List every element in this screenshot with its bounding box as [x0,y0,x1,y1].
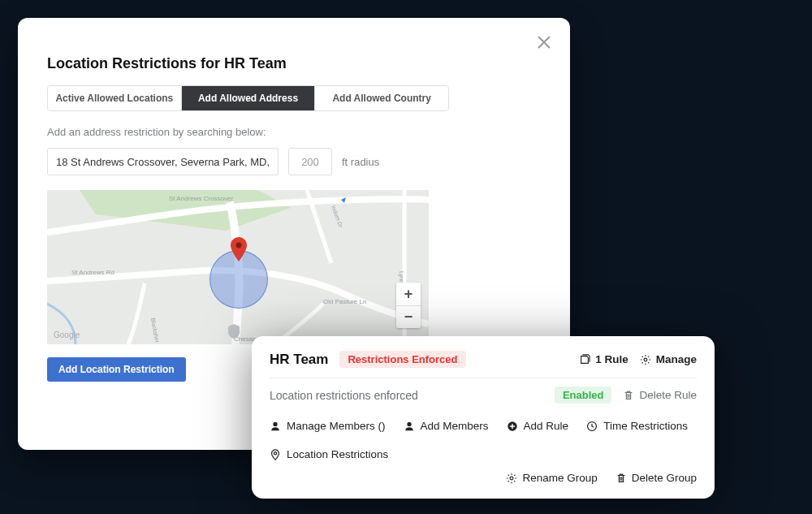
pin-icon [270,449,281,460]
rule-name: Location restrictions enforced [270,389,418,402]
group-header-row: HR Team Restrictions Enforced 1 Rule Man… [270,351,697,368]
delete-rule-label: Delete Rule [639,389,697,401]
radius-input[interactable] [288,148,332,175]
clock-icon [586,421,598,432]
zoom-out-button[interactable]: − [396,305,421,328]
rename-group-label: Rename Group [522,472,597,484]
user-icon [404,421,415,432]
address-input[interactable] [47,148,279,175]
location-restrictions-button[interactable]: Location Restrictions [270,448,388,460]
tab-bar: Active Allowed Locations Add Allowed Add… [47,85,449,111]
tab-active-locations[interactable]: Active Allowed Locations [48,86,181,110]
manage-members-button[interactable]: Manage Members () [270,420,386,432]
rule-stack-icon [579,354,590,365]
close-icon[interactable] [533,31,555,54]
svg-point-13 [407,421,411,425]
group-actions: Manage Members () Add Members Add Rule T… [270,420,697,460]
rule-count: 1 Rule [579,353,628,365]
location-restrictions-label: Location Restrictions [287,448,388,460]
manage-label: Manage [656,353,697,365]
group-card: HR Team Restrictions Enforced 1 Rule Man… [252,336,715,499]
time-restrictions-label: Time Restrictions [603,420,688,432]
svg-text:Old Pasture Ln: Old Pasture Ln [323,298,366,305]
delete-rule-button[interactable]: Delete Rule [623,389,697,401]
radius-unit-label: ft radius [342,156,379,168]
rename-group-button[interactable]: Rename Group [506,472,597,484]
tab-add-address[interactable]: Add Allowed Address [181,86,315,110]
group-title: HR Team [270,352,328,368]
modal-title: Location Restrictions for HR Team [47,55,541,72]
address-row: ft radius [47,148,541,175]
divider [270,378,697,378]
delete-group-button[interactable]: Delete Group [615,472,697,484]
manage-button[interactable]: Manage [640,353,697,365]
rule-count-label: 1 Rule [595,353,628,365]
map-zoom-controls: + − [396,283,421,328]
add-members-button[interactable]: Add Members [404,420,489,432]
add-members-label: Add Members [421,420,489,432]
zoom-in-button[interactable]: + [396,283,421,305]
svg-text:St Andrews Crossover: St Andrews Crossover [169,195,233,202]
tab-add-country[interactable]: Add Allowed Country [314,86,448,110]
svg-point-11 [644,358,647,361]
map-preview[interactable]: St Andrews Crossover St Andrews Rd Black… [47,190,429,344]
trash-icon [623,390,634,401]
svg-point-16 [274,451,276,454]
manage-members-label: Manage Members () [287,420,386,432]
helper-text: Add an address restriction by searching … [47,126,541,138]
trash-icon [615,473,627,484]
svg-point-10 [236,243,242,248]
add-location-restriction-button[interactable]: Add Location Restriction [47,357,186,382]
map-attribution: Google [54,330,80,339]
gear-icon [640,354,651,365]
svg-point-17 [510,477,513,480]
group-footer: Rename Group Delete Group [270,472,697,484]
delete-group-label: Delete Group [632,472,697,484]
add-rule-label: Add Rule [524,420,569,432]
status-badge: Restrictions Enforced [339,351,465,368]
add-rule-button[interactable]: Add Rule [507,420,569,432]
svg-text:St Andrews Rd: St Andrews Rd [71,269,114,276]
gear-icon [506,473,517,484]
rule-row: Location restrictions enforced Enabled D… [270,387,697,404]
map-pin-icon [231,237,247,265]
svg-point-12 [273,421,277,425]
time-restrictions-button[interactable]: Time Restrictions [586,420,688,432]
plus-circle-icon [507,421,518,432]
user-icon [270,421,281,432]
enabled-badge: Enabled [555,387,612,404]
